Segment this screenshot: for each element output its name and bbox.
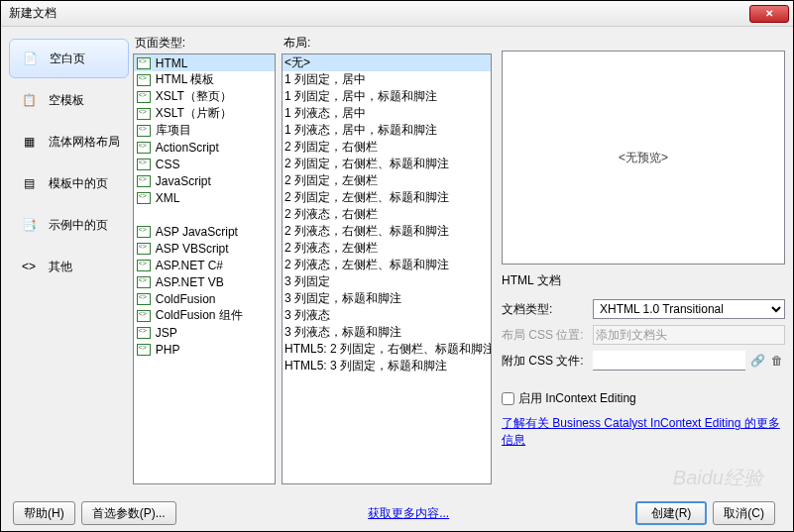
page-type-item[interactable]: JavaScript [134,172,275,189]
page-type-item[interactable]: XSLT（整页） [134,88,275,105]
layout-item[interactable]: 3 列固定 [283,273,491,290]
page-type-item[interactable]: ASP VBScript [134,240,275,257]
page-type-label: 页面类型: [133,35,276,52]
attach-css-input[interactable] [593,351,745,371]
layout-item[interactable]: 3 列液态，标题和脚注 [283,324,491,341]
file-icon [136,191,152,205]
page-type-item[interactable]: HTML 模板 [134,71,275,88]
file-icon [136,292,152,306]
file-icon [136,174,152,188]
layout-item[interactable]: 3 列液态 [283,307,491,324]
nav-icon: 📋 [17,90,41,110]
doctype-select[interactable]: XHTML 1.0 Transitional [593,299,785,319]
page-type-text: ASP.NET VB [156,275,224,289]
dialog-title: 新建文档 [9,5,749,22]
layout-item[interactable]: 2 列液态，左侧栏、标题和脚注 [283,257,491,273]
layout-item[interactable]: 2 列固定，右侧栏 [283,139,491,156]
nav-item-3[interactable]: ▤模板中的页 [9,163,129,203]
page-type-item[interactable] [134,206,275,223]
layout-text: <无> [284,54,310,71]
page-type-item[interactable]: CSS [134,156,275,172]
page-type-item[interactable]: ASP.NET VB [134,273,275,290]
page-type-text: JavaScript [156,174,211,188]
titlebar: 新建文档 ✕ [1,1,793,27]
layout-item[interactable]: 1 列液态，居中 [283,105,491,122]
create-button[interactable]: 创建(R) [635,501,708,525]
layout-text: 3 列固定，标题和脚注 [284,290,401,307]
page-type-text: ASP JavaScript [156,225,238,239]
layout-text: 1 列固定，居中，标题和脚注 [284,88,437,105]
layout-item[interactable]: 2 列液态，左侧栏 [283,240,491,257]
layout-item[interactable]: <无> [283,54,491,71]
page-type-list[interactable]: HTMLHTML 模板XSLT（整页）XSLT（片断）库项目ActionScri… [133,53,276,484]
layout-item[interactable]: HTML5: 3 列固定，标题和脚注 [283,358,491,374]
page-type-item[interactable]: HTML [134,54,275,71]
layout-text: 2 列固定，左侧栏、标题和脚注 [284,189,449,206]
page-type-text: XML [156,191,180,205]
page-type-text: XSLT（整页） [156,88,232,105]
layout-text: 1 列固定，居中 [284,71,366,88]
link-icon[interactable]: 🔗 [749,353,765,369]
layout-item[interactable]: HTML5: 2 列固定，右侧栏、标题和脚注 [283,341,491,358]
layout-list[interactable]: <无>1 列固定，居中1 列固定，居中，标题和脚注1 列液态，居中1 列液态，居… [282,53,492,484]
nav-item-1[interactable]: 📋空模板 [9,80,129,120]
nav-item-2[interactable]: ▦流体网格布局 [9,122,129,161]
close-button[interactable]: ✕ [749,5,789,23]
help-button[interactable]: 帮助(H) [13,501,75,525]
file-icon [136,259,152,272]
layout-text: HTML5: 3 列固定，标题和脚注 [284,358,447,374]
page-type-item[interactable]: XSLT（片断） [134,105,275,122]
nav-label: 其他 [49,259,72,275]
page-type-item[interactable]: ASP.NET C# [134,257,275,273]
learn-more-link[interactable]: 了解有关 Business Catalyst InContext Editing… [502,415,785,449]
layout-text: 3 列固定 [284,273,330,290]
file-icon [136,275,152,289]
file-icon [136,309,152,323]
file-icon [136,242,152,256]
file-icon [136,158,152,171]
layout-item[interactable]: 2 列液态，右侧栏、标题和脚注 [283,223,491,240]
nav-item-4[interactable]: 📑示例中的页 [9,205,129,245]
more-content-link[interactable]: 获取更多内容... [368,506,449,520]
page-type-text: ColdFusion [156,292,216,306]
nav-item-0[interactable]: 📄空白页 [9,39,129,78]
page-type-item[interactable]: ColdFusion 组件 [134,307,275,324]
cancel-button[interactable]: 取消(C) [713,501,775,525]
trash-icon[interactable]: 🗑 [769,353,785,369]
category-nav: 📄空白页📋空模板▦流体网格布局▤模板中的页📑示例中的页<>其他 [9,35,133,484]
page-type-item[interactable]: JSP [134,324,275,341]
nav-label: 空模板 [49,92,84,109]
layout-item[interactable]: 2 列液态，右侧栏 [283,206,491,223]
page-type-item[interactable]: PHP [134,341,275,358]
nav-label: 空白页 [50,51,85,67]
preview-box: <无预览> [502,51,785,265]
page-type-text: HTML [156,56,188,70]
nav-item-5[interactable]: <>其他 [9,247,129,286]
layout-text: 3 列液态 [284,307,330,324]
nav-icon: 📑 [17,215,41,235]
layout-item[interactable]: 1 列液态，居中，标题和脚注 [283,122,491,139]
preview-desc: HTML 文档 [502,272,785,289]
layout-item[interactable]: 2 列固定，左侧栏 [283,172,491,189]
layout-text: 2 列固定，右侧栏 [284,139,378,156]
nav-label: 模板中的页 [49,175,108,192]
layout-item[interactable]: 1 列固定，居中，标题和脚注 [283,88,491,105]
layout-item[interactable]: 3 列固定，标题和脚注 [283,290,491,307]
incontext-checkbox[interactable] [502,392,514,405]
page-type-item[interactable]: 库项目 [134,122,275,139]
layout-item[interactable]: 1 列固定，居中 [283,71,491,88]
page-type-item[interactable]: ASP JavaScript [134,223,275,240]
page-type-item[interactable]: ActionScript [134,139,275,156]
prefs-button[interactable]: 首选参数(P)... [81,501,176,525]
page-type-item[interactable]: ColdFusion [134,290,275,307]
layout-text: 3 列液态，标题和脚注 [284,324,401,341]
page-type-item[interactable]: XML [134,189,275,206]
layout-text: HTML5: 2 列固定，右侧栏、标题和脚注 [284,341,492,358]
incontext-label: 启用 InContext Editing [518,390,636,407]
layout-text: 2 列固定，右侧栏、标题和脚注 [284,156,449,172]
nav-icon: ▦ [17,132,41,152]
nav-label: 流体网格布局 [49,134,120,151]
layout-text: 1 列液态，居中 [284,105,366,122]
layout-item[interactable]: 2 列固定，左侧栏、标题和脚注 [283,189,491,206]
layout-item[interactable]: 2 列固定，右侧栏、标题和脚注 [283,156,491,172]
